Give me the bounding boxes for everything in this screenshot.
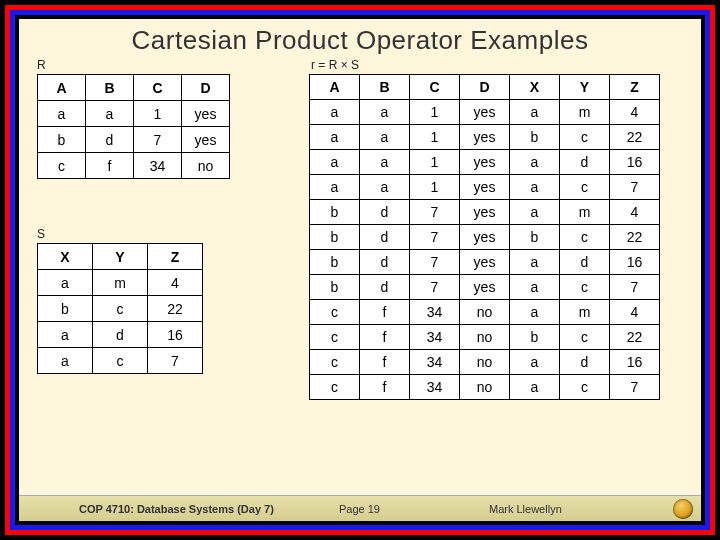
table-result-cell: a xyxy=(360,150,410,175)
table-result-cell: 34 xyxy=(410,350,460,375)
table-result-row: bd7yesam4 xyxy=(310,200,660,225)
table-result-cell: c xyxy=(560,275,610,300)
table-S-cell: c xyxy=(93,348,148,374)
table-R-cell: c xyxy=(38,153,86,179)
table-result-cell: 16 xyxy=(610,150,660,175)
table-R: ABCDaa1yesbd7yescf34no xyxy=(37,74,230,179)
table-result-cell: d xyxy=(560,250,610,275)
table-S-cell: a xyxy=(38,348,93,374)
table-R-header: A xyxy=(38,75,86,101)
table-result-cell: c xyxy=(560,325,610,350)
table-R-cell: f xyxy=(86,153,134,179)
table-result-cell: 1 xyxy=(410,175,460,200)
table-result-cell: 34 xyxy=(410,300,460,325)
table-S-cell: a xyxy=(38,270,93,296)
table-result-cell: a xyxy=(510,175,560,200)
table-result-row: cf34noad16 xyxy=(310,350,660,375)
table-result-cell: m xyxy=(560,300,610,325)
footer-course: COP 4710: Database Systems (Day 7) xyxy=(79,503,274,515)
table-result-header: A xyxy=(310,75,360,100)
table-result-cell: d xyxy=(360,250,410,275)
table-R-cell: 7 xyxy=(134,127,182,153)
table-result-cell: 1 xyxy=(410,100,460,125)
footer-author: Mark Llewellyn xyxy=(489,503,562,515)
table-result-cell: no xyxy=(460,350,510,375)
table-R-header: B xyxy=(86,75,134,101)
table-result-cell: b xyxy=(310,200,360,225)
table-result-cell: b xyxy=(310,225,360,250)
table-result-cell: a xyxy=(310,150,360,175)
table-result-cell: 22 xyxy=(610,225,660,250)
table-result-cell: f xyxy=(360,375,410,400)
table-result-cell: 7 xyxy=(410,200,460,225)
slide: Cartesian Product Operator Examples R AB… xyxy=(19,19,701,521)
table-S-cell: 4 xyxy=(148,270,203,296)
table-R-cell: no xyxy=(182,153,230,179)
table-result-cell: yes xyxy=(460,200,510,225)
table-result-cell: f xyxy=(360,325,410,350)
table-result-row: cf34nobc22 xyxy=(310,325,660,350)
table-R-cell: 1 xyxy=(134,101,182,127)
table-result-cell: 7 xyxy=(410,225,460,250)
table-R-row: aa1yes xyxy=(38,101,230,127)
table-result-cell: a xyxy=(510,150,560,175)
table-R-row: bd7yes xyxy=(38,127,230,153)
table-result-cell: m xyxy=(560,100,610,125)
table-R-cell: 34 xyxy=(134,153,182,179)
table-result-row: bd7yesad16 xyxy=(310,250,660,275)
table-result-cell: c xyxy=(310,325,360,350)
table-R-cell: a xyxy=(86,101,134,127)
table-R-header: D xyxy=(182,75,230,101)
table-R-cell: a xyxy=(38,101,86,127)
table-result-cell: yes xyxy=(460,250,510,275)
table-result-row: cf34noam4 xyxy=(310,300,660,325)
table-result-row: aa1yesad16 xyxy=(310,150,660,175)
table-result-cell: b xyxy=(510,325,560,350)
table-S-cell: c xyxy=(93,296,148,322)
table-result-cell: yes xyxy=(460,275,510,300)
table-result-cell: a xyxy=(510,275,560,300)
table-result-header: Y xyxy=(560,75,610,100)
table-result-cell: c xyxy=(560,225,610,250)
table-result-cell: 7 xyxy=(410,250,460,275)
table-S-cell: b xyxy=(38,296,93,322)
table-S-header: Z xyxy=(148,244,203,270)
label-S: S xyxy=(37,227,257,241)
table-result-cell: c xyxy=(310,375,360,400)
table-result-header: C xyxy=(410,75,460,100)
table-result-cell: yes xyxy=(460,225,510,250)
table-result-cell: c xyxy=(560,375,610,400)
table-S-cell: 7 xyxy=(148,348,203,374)
footer: COP 4710: Database Systems (Day 7) Page … xyxy=(19,495,701,521)
table-result-cell: 34 xyxy=(410,375,460,400)
table-result-cell: yes xyxy=(460,100,510,125)
table-result-cell: d xyxy=(560,150,610,175)
slide-content: R ABCDaa1yesbd7yescf34no S XYZam4bc22ad1… xyxy=(19,58,701,495)
slide-title: Cartesian Product Operator Examples xyxy=(19,19,701,58)
table-result-cell: 4 xyxy=(610,300,660,325)
table-result-cell: d xyxy=(560,350,610,375)
table-result-cell: 1 xyxy=(410,150,460,175)
table-R-cell: yes xyxy=(182,127,230,153)
table-result-cell: f xyxy=(360,350,410,375)
table-R-row: cf34no xyxy=(38,153,230,179)
table-result-cell: a xyxy=(510,300,560,325)
table-result-row: bd7yesbc22 xyxy=(310,225,660,250)
table-result-cell: yes xyxy=(460,150,510,175)
table-result-cell: f xyxy=(360,300,410,325)
table-R-cell: b xyxy=(38,127,86,153)
table-result-header: X xyxy=(510,75,560,100)
table-result-row: cf34noac7 xyxy=(310,375,660,400)
table-result-cell: no xyxy=(460,300,510,325)
table-result-cell: 7 xyxy=(610,175,660,200)
table-R-header: C xyxy=(134,75,182,101)
table-result-row: aa1yesbc22 xyxy=(310,125,660,150)
table-result-cell: 16 xyxy=(610,350,660,375)
table-result-cell: c xyxy=(310,300,360,325)
table-result-cell: no xyxy=(460,375,510,400)
table-result-row: aa1yesac7 xyxy=(310,175,660,200)
right-column: r = R × S ABCDXYZaa1yesam4aa1yesbc22aa1y… xyxy=(309,58,679,400)
table-S-header: Y xyxy=(93,244,148,270)
table-result-cell: 4 xyxy=(610,100,660,125)
table-result-cell: c xyxy=(560,125,610,150)
